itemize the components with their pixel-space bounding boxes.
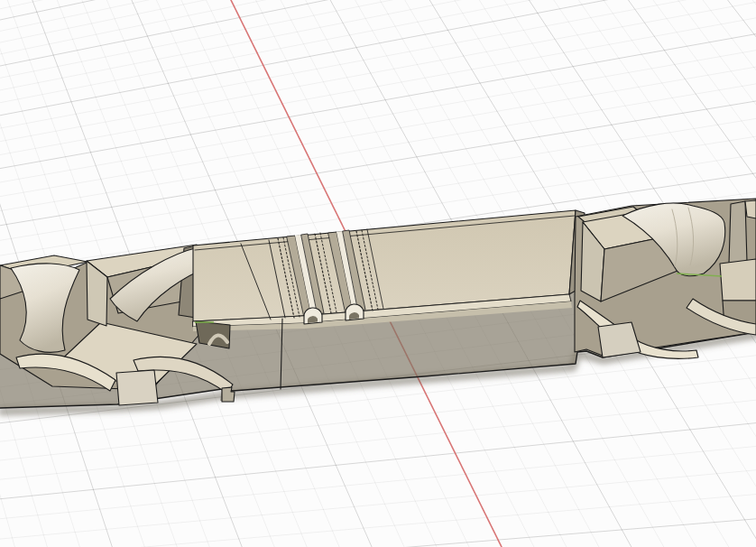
right-upright-top-sliver[interactable]: [745, 200, 756, 218]
grid-line-minor: [0, 50, 756, 182]
grid-line-minor: [0, 446, 756, 519]
grid-line-major: [0, 519, 756, 547]
left-foot-pad[interactable]: [116, 370, 158, 405]
grid-line-major: [0, 33, 756, 169]
grid-line-minor: [0, 0, 756, 79]
grid-line-major: [0, 422, 756, 499]
grid-line-minor: [0, 2, 756, 142]
grid-line-minor: [0, 494, 756, 547]
right-upright-face[interactable]: [729, 201, 747, 264]
viewport-canvas[interactable]: [0, 0, 756, 547]
model-3d-body[interactable]: [0, 199, 756, 412]
cad-viewport[interactable]: [0, 0, 756, 547]
grid-line-minor: [0, 0, 756, 42]
far-right-block-top[interactable]: [720, 259, 756, 301]
grid-line-minor: [0, 84, 756, 211]
grid-line-minor: [0, 470, 756, 540]
